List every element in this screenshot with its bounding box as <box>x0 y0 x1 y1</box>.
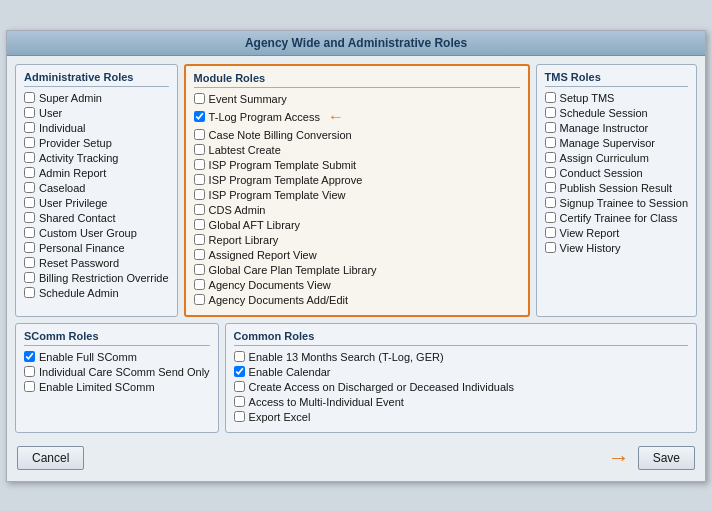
list-item: Personal Finance <box>24 242 169 254</box>
checkbox[interactable] <box>24 182 35 193</box>
checkbox[interactable] <box>545 122 556 133</box>
item-label: Conduct Session <box>560 167 643 179</box>
checkbox[interactable] <box>194 93 205 104</box>
list-item: User <box>24 107 169 119</box>
checkbox[interactable] <box>24 366 35 377</box>
item-label: Export Excel <box>249 411 311 423</box>
checkbox[interactable] <box>194 144 205 155</box>
checkbox[interactable] <box>194 189 205 200</box>
common-roles-title: Common Roles <box>234 330 688 346</box>
checkbox[interactable] <box>545 137 556 148</box>
checkbox[interactable] <box>24 227 35 238</box>
checkbox[interactable] <box>194 204 205 215</box>
item-label: User Privilege <box>39 197 107 209</box>
checkbox[interactable] <box>234 366 245 377</box>
item-label: Agency Documents View <box>209 279 331 291</box>
checkbox[interactable] <box>24 92 35 103</box>
checkbox[interactable] <box>24 381 35 392</box>
list-item: CDS Admin <box>194 204 520 216</box>
checkbox[interactable] <box>194 264 205 275</box>
list-item: Admin Report <box>24 167 169 179</box>
item-label: Access to Multi-Individual Event <box>249 396 404 408</box>
scomm-roles-list: Enable Full SCommIndividual Care SComm S… <box>24 351 210 393</box>
checkbox[interactable] <box>194 294 205 305</box>
list-item: Export Excel <box>234 411 688 423</box>
list-item: Enable 13 Months Search (T-Log, GER) <box>234 351 688 363</box>
list-item: Provider Setup <box>24 137 169 149</box>
checkbox[interactable] <box>24 257 35 268</box>
list-item: Agency Documents Add/Edit <box>194 294 520 306</box>
checkbox[interactable] <box>194 219 205 230</box>
checkbox[interactable] <box>545 197 556 208</box>
checkbox[interactable] <box>194 174 205 185</box>
checkbox[interactable] <box>24 167 35 178</box>
item-label: Enable Limited SComm <box>39 381 155 393</box>
scomm-roles-panel: SComm Roles Enable Full SCommIndividual … <box>15 323 219 433</box>
checkbox[interactable] <box>545 92 556 103</box>
checkbox[interactable] <box>234 381 245 392</box>
checkbox[interactable] <box>545 152 556 163</box>
checkbox[interactable] <box>194 129 205 140</box>
item-label: Enable Full SComm <box>39 351 137 363</box>
list-item: ISP Program Template Approve <box>194 174 520 186</box>
checkbox[interactable] <box>24 212 35 223</box>
cancel-button[interactable]: Cancel <box>17 446 84 470</box>
checkbox[interactable] <box>545 107 556 118</box>
checkbox[interactable] <box>234 396 245 407</box>
checkbox[interactable] <box>545 227 556 238</box>
item-label: Certify Trainee for Class <box>560 212 678 224</box>
bottom-row: SComm Roles Enable Full SCommIndividual … <box>7 323 705 437</box>
checkbox[interactable] <box>24 152 35 163</box>
item-label: Event Summary <box>209 93 287 105</box>
list-item: Custom User Group <box>24 227 169 239</box>
checkbox[interactable] <box>194 249 205 260</box>
item-label: Create Access on Discharged or Deceased … <box>249 381 514 393</box>
item-label: Enable 13 Months Search (T-Log, GER) <box>249 351 444 363</box>
list-item: Event Summary <box>194 93 520 105</box>
checkbox[interactable] <box>24 287 35 298</box>
checkbox[interactable] <box>545 167 556 178</box>
list-item: Global AFT Library <box>194 219 520 231</box>
administrative-roles-title: Administrative Roles <box>24 71 169 87</box>
checkbox[interactable] <box>234 411 245 422</box>
item-label: Labtest Create <box>209 144 281 156</box>
checkbox[interactable] <box>194 279 205 290</box>
item-arrow-icon: ← <box>328 108 344 126</box>
save-button[interactable]: Save <box>638 446 695 470</box>
item-label: Shared Contact <box>39 212 115 224</box>
item-label: Global AFT Library <box>209 219 301 231</box>
checkbox[interactable] <box>545 182 556 193</box>
list-item: Enable Calendar <box>234 366 688 378</box>
item-label: Caseload <box>39 182 85 194</box>
common-roles-panel: Common Roles Enable 13 Months Search (T-… <box>225 323 697 433</box>
checkbox[interactable] <box>194 111 205 122</box>
checkbox[interactable] <box>194 159 205 170</box>
administrative-roles-panel: Administrative Roles Super AdminUserIndi… <box>15 64 178 317</box>
checkbox[interactable] <box>24 197 35 208</box>
list-item: Assign Curriculum <box>545 152 688 164</box>
common-roles-list: Enable 13 Months Search (T-Log, GER)Enab… <box>234 351 688 423</box>
item-label: Assigned Report View <box>209 249 317 261</box>
list-item: Certify Trainee for Class <box>545 212 688 224</box>
item-label: Admin Report <box>39 167 106 179</box>
item-label: Enable Calendar <box>249 366 331 378</box>
checkbox[interactable] <box>24 242 35 253</box>
checkbox[interactable] <box>194 234 205 245</box>
checkbox[interactable] <box>24 137 35 148</box>
list-item: Enable Limited SComm <box>24 381 210 393</box>
main-content: Administrative Roles Super AdminUserIndi… <box>7 56 705 323</box>
dialog-title: Agency Wide and Administrative Roles <box>7 31 705 56</box>
checkbox[interactable] <box>24 122 35 133</box>
list-item: Agency Documents View <box>194 279 520 291</box>
checkbox[interactable] <box>234 351 245 362</box>
checkbox[interactable] <box>24 107 35 118</box>
list-item: Assigned Report View <box>194 249 520 261</box>
list-item: Schedule Admin <box>24 287 169 299</box>
item-label: Setup TMS <box>560 92 615 104</box>
checkbox[interactable] <box>24 351 35 362</box>
checkbox[interactable] <box>545 212 556 223</box>
item-label: Billing Restriction Override <box>39 272 169 284</box>
checkbox[interactable] <box>24 272 35 283</box>
checkbox[interactable] <box>545 242 556 253</box>
item-label: Global Care Plan Template Library <box>209 264 377 276</box>
